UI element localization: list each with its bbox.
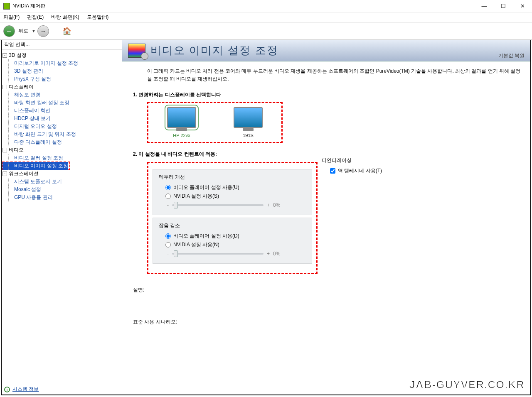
tree-item-size[interactable]: 바탕 화면 크기 및 위치 조정 [2,130,121,138]
tree-cat-ws[interactable]: -워크스테이션 [2,170,121,178]
page-header: 비디오 이미지 설정 조정 기본값 복원 [122,40,530,61]
tree-item-preview[interactable]: 미리보기로 이미지 설정 조정 [2,59,121,67]
tree-item-rotate[interactable]: 디스플레이 회전 [2,107,121,115]
section1-title: 1. 변경하려는 디스플레이를 선택합니다 [133,91,522,98]
menu-help[interactable]: 도움말(H) [87,14,109,21]
group-edge-enhance: 테두리 개선 비디오 플레이어 설정 사용(U) NVIDIA 설정 사용(S)… [153,169,312,215]
radio-edge-player[interactable]: 비디오 플레이어 설정 사용(U) [159,183,306,192]
slider-noise[interactable]: -+0% [159,249,306,257]
sidebar: 작업 선택... -3D 설정 미리보기로 이미지 설정 조정 3D 설정 관리… [2,40,122,395]
monitor-icon [167,107,196,128]
tree-cat-video[interactable]: -비디오 [2,146,121,154]
system-info-link[interactable]: 시스템 정보 [12,386,39,393]
tree-item-topo[interactable]: 시스템 토폴로지 보기 [2,178,121,186]
window-title: NVIDIA 제어판 [12,2,45,10]
page-title: 비디오 이미지 설정 조정 [150,43,278,58]
sidebar-header: 작업 선택... [2,40,122,50]
group-title: 테두리 개선 [159,174,306,181]
display-label: 191S [223,133,273,138]
tree-item-physx[interactable]: PhysX 구성 설정 [2,75,121,83]
tree-item-vimage[interactable]: 비디오 이미지 설정 조정 [2,162,68,170]
display-191s[interactable]: 191S [223,107,273,138]
back-button[interactable]: ← [3,25,15,37]
tree-cat-display[interactable]: -디스플레이 [2,83,121,91]
maximize-button[interactable]: ☐ [494,0,513,12]
back-label: 뒤로 [18,27,28,34]
scenario-label: 표준 사용 시나리오: [133,319,522,326]
group-deinterlace: 디인터레이싱 역 텔레시네 사용(T) [322,157,382,174]
display-label: HP 22vx [157,133,207,138]
display-selector: HP 22vx 191S [148,103,281,142]
tree-item-multi[interactable]: 다중 디스플레이 설정 [2,138,121,146]
slider-edge[interactable]: -+0% [159,201,306,208]
titlebar: NVIDIA 제어판 — ☐ ✕ [0,0,532,12]
group-title: 잡음 감소 [159,222,306,229]
tree-cat-3d[interactable]: -3D 설정 [2,51,121,59]
close-button[interactable]: ✕ [513,0,532,12]
radio-noise-nvidia[interactable]: NVIDIA 설정 사용(N) [159,240,306,249]
deint-title: 디인터레이싱 [322,157,382,164]
forward-button[interactable]: → [37,25,49,37]
display-hp22vx[interactable]: HP 22vx [157,107,207,138]
tree-item-res[interactable]: 해상도 변경 [2,91,121,99]
radio-noise-player[interactable]: 비디오 플레이어 설정 사용(D) [159,232,306,240]
menu-edit[interactable]: 편집(E) [27,14,44,21]
nav-tree: -3D 설정 미리보기로 이미지 설정 조정 3D 설정 관리 PhysX 구성… [2,50,122,384]
tree-item-hdcp[interactable]: HDCP 상태 보기 [2,115,121,123]
tree-item-audio[interactable]: 디지털 오디오 설정 [2,123,121,130]
tree-item-vcolor[interactable]: 비디오 컬러 설정 조정 [2,154,121,162]
back-dropdown[interactable]: ▼ [32,29,36,33]
settings-highlight: 테두리 개선 비디오 플레이어 설정 사용(U) NVIDIA 설정 사용(S)… [147,162,318,274]
menu-desktop[interactable]: 바탕 화면(K) [51,14,79,21]
tree-item-deskcolor[interactable]: 바탕 화면 컬러 설정 조정 [2,99,121,107]
toolbar: ← 뒤로 ▼ → 🏠 [0,22,532,40]
checkbox-inverse-telecine[interactable]: 역 텔레시네 사용(T) [322,167,382,174]
main-panel: 비디오 이미지 설정 조정 기본값 복원 이 그래픽 카드는 비디오 처리 전용… [122,40,530,395]
menu-file[interactable]: 파일(F) [3,14,20,21]
info-icon: i [4,387,10,392]
system-info[interactable]: i 시스템 정보 [2,384,122,395]
restore-defaults-link[interactable]: 기본값 복원 [498,52,525,59]
tree-item-3dmanage[interactable]: 3D 설정 관리 [2,67,121,75]
group-noise-reduce: 잡음 감소 비디오 플레이어 설정 사용(D) NVIDIA 설정 사용(N) … [153,218,312,264]
minimize-button[interactable]: — [475,0,494,12]
header-icon [128,44,145,58]
tree-item-gpu[interactable]: GPU 사용률 관리 [2,194,121,201]
radio-edge-nvidia[interactable]: NVIDIA 설정 사용(S) [159,192,306,201]
home-button[interactable]: 🏠 [61,25,73,37]
monitor-icon [234,107,263,128]
description-label: 설명: [133,287,522,294]
tree-item-mosaic[interactable]: Mosaic 설정 [2,186,121,194]
menubar: 파일(F) 편집(E) 바탕 화면(K) 도움말(H) [0,12,532,22]
separator [55,25,55,37]
nvidia-icon [3,3,10,10]
page-description: 이 그래픽 카드는 비디오 처리 전용 코어와 매우 부드러운 비디오 재생을 … [147,67,522,83]
watermark: 잡가이버 JAB-GUYVER.CO.KR [409,359,525,391]
